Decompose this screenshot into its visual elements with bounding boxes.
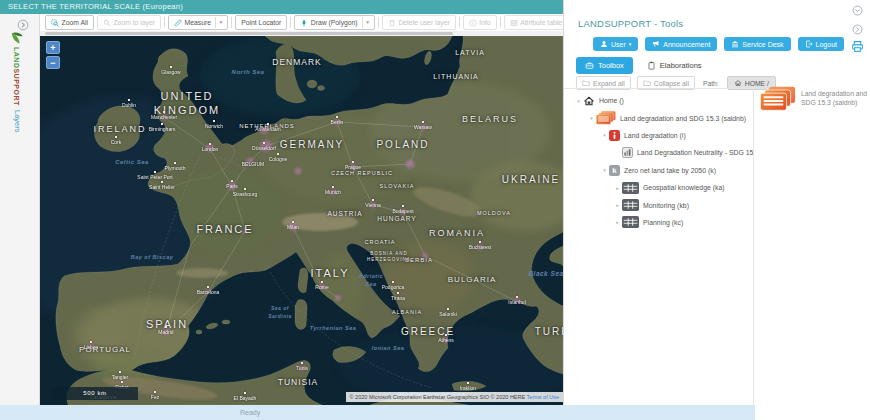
expand-layers-panel-icon[interactable]	[17, 17, 29, 29]
tools-panel-title: LANDSUPPORT - Tools	[578, 18, 683, 29]
service-desk-button[interactable]: Service Desk	[724, 37, 790, 51]
print-icon[interactable]	[851, 39, 864, 52]
landsupport-logo-text: LANDSUPPORT	[13, 47, 20, 106]
city-dot	[292, 221, 294, 223]
tree-node-geospatial-knowledge-ka[interactable]: ▸Geospatial knowledge (ka)	[574, 179, 753, 196]
tree-node-label: Monitoring (kb)	[643, 202, 689, 209]
zoom-all-button[interactable]: Zoom All	[45, 15, 94, 30]
city-label: Fez	[151, 394, 159, 400]
expander-right-icon[interactable]: ▸	[613, 202, 622, 208]
city-dot	[321, 281, 323, 283]
home-icon	[583, 95, 595, 107]
country-label: BOSNIA AND	[370, 251, 407, 256]
city-dot	[301, 362, 303, 364]
expander-down-icon[interactable]: ▾	[600, 132, 609, 138]
toolbar-separator	[164, 17, 165, 28]
city-label: Podgorica	[382, 284, 405, 290]
country-label: ROMANIA	[429, 228, 485, 238]
info-button[interactable]: Info	[463, 15, 497, 30]
expander-right-icon[interactable]: ▸	[613, 219, 622, 225]
city-dot	[244, 392, 246, 394]
zoom-to-layer-button[interactable]: Zoom to layer	[97, 15, 161, 30]
country-label: ALBANIA	[392, 309, 422, 315]
button-label: Info	[479, 19, 490, 26]
selected-tool-card[interactable]: Land degradation and SDG 15.3 (saldnb)	[754, 80, 870, 112]
panel-header-buttons: User ▾ Announcement Service Desk Logout	[564, 37, 844, 51]
attribute-table-icon	[510, 19, 518, 27]
city-dot	[332, 186, 334, 188]
attribute-table-button[interactable]: Attribute table	[504, 15, 563, 30]
sea-label: Ionian Sea	[372, 345, 405, 351]
country-label: SLOVAKIA	[380, 183, 415, 189]
country-label: IRELAND	[93, 124, 146, 134]
city-label: Istanbul	[508, 299, 526, 305]
home-icon	[734, 79, 742, 87]
panel-help-icon[interactable]	[852, 21, 863, 32]
logout-button[interactable]: Logout	[798, 37, 844, 51]
zoom-in-button[interactable]: +	[46, 41, 60, 54]
announcement-button[interactable]: Announcement	[645, 37, 717, 51]
city-label: Manchester	[151, 114, 177, 120]
sea-label: Sea of	[271, 305, 289, 311]
city-dot	[154, 391, 156, 393]
layers-sidebar[interactable]: LANDSUPPORT Layers	[0, 14, 40, 405]
tree-node-land-degradation-i[interactable]: ▾Land degradation (i)	[574, 127, 753, 144]
collapse-panel-icon[interactable]	[852, 2, 863, 13]
city-dot	[336, 116, 338, 118]
city-label: Vienna	[365, 202, 380, 208]
city-dot	[213, 120, 215, 122]
button-label: Attribute table	[520, 19, 562, 26]
map-canvas[interactable]: DENMARKLATVIALITHUANIAUNITEDKINGDOMIRELA…	[40, 36, 563, 405]
user-button[interactable]: User ▾	[593, 37, 638, 51]
k-grey-icon: k	[609, 165, 620, 176]
city-label: Budapest	[392, 208, 413, 214]
terms-of-use-link[interactable]: Terms of Use	[527, 394, 559, 400]
city-label: Barcelona	[197, 289, 220, 295]
tree-node-planning-kc[interactable]: ▸Planning (kc)	[574, 214, 753, 231]
city-label: Düsseldorf	[252, 145, 276, 151]
country-label: UKRAINE	[502, 174, 560, 185]
expander-down-icon[interactable]: ▾	[574, 98, 583, 104]
map-scale-label: 500 km	[83, 390, 106, 396]
city-label: Glasgow	[161, 69, 180, 75]
tree-node-monitoring-kb[interactable]: ▸Monitoring (kb)	[574, 196, 753, 213]
layers-panel-label[interactable]: Layers	[13, 110, 22, 133]
city-label: Tunis	[296, 365, 308, 371]
territorial-scale-title: SELECT THE TERRITORIAL SCALE (European)	[8, 2, 183, 11]
city-label: Bucharest	[469, 244, 492, 250]
city-dot	[244, 188, 246, 190]
measure-button[interactable]: Measure▾	[168, 15, 228, 30]
tree-node-label: Land degradation (i)	[624, 132, 686, 139]
country-label: GERMANY	[280, 139, 345, 150]
zoom-out-button[interactable]: −	[46, 56, 60, 69]
city-dot	[467, 382, 469, 384]
tree-node-home[interactable]: ▾Home ()	[574, 92, 753, 109]
country-label: CROATIA	[364, 239, 395, 245]
elaborations-icon	[647, 61, 656, 70]
tree-node-label: Land degradation and SDG 15.3 (saldnb)	[620, 115, 746, 122]
country-label: BELARUS	[462, 114, 518, 124]
toolbar-scrollbar-thumb[interactable]	[45, 32, 453, 35]
city-dot	[392, 281, 394, 283]
delete-user-layer-button[interactable]: Delete user layer	[382, 15, 456, 30]
expander-down-icon[interactable]: ▾	[600, 167, 609, 173]
country-label: FRANCE	[196, 223, 253, 235]
tab-elaborations[interactable]: Elaborations	[645, 57, 704, 74]
trash-icon	[388, 19, 396, 27]
city-dot	[445, 334, 447, 336]
city-dot	[163, 111, 165, 113]
city-label: El Bayadh	[234, 395, 257, 401]
city-label: Amsterdam	[255, 126, 281, 132]
tree-node-land-degradation-and-sdg-15-3-saldnb[interactable]: ▾Land degradation and SDG 15.3 (saldnb)	[574, 109, 753, 126]
layers-orange-icon	[760, 86, 796, 112]
tree-node-land-degradation-neutrality-sdg-15-3-i1[interactable]: Land Degradation Neutrality - SDG 15.3 (…	[574, 144, 753, 161]
expander-right-icon[interactable]: ▸	[613, 185, 622, 191]
expander-down-icon[interactable]: ▾	[587, 115, 596, 121]
tree-node-zero-net-land-take-by-2050-k[interactable]: ▾kZero net land take by 2050 (k)	[574, 162, 753, 179]
tab-toolbox[interactable]: Toolbox	[576, 57, 633, 74]
draw-polygon-button[interactable]: Draw (Polygon)▾	[294, 15, 375, 30]
country-label: BULGARIA	[448, 275, 496, 284]
sea-label: Bay of Biscay	[131, 254, 174, 260]
sea-label: Sardinia	[268, 313, 292, 319]
point-locator-button[interactable]: Point Locator	[235, 15, 287, 30]
